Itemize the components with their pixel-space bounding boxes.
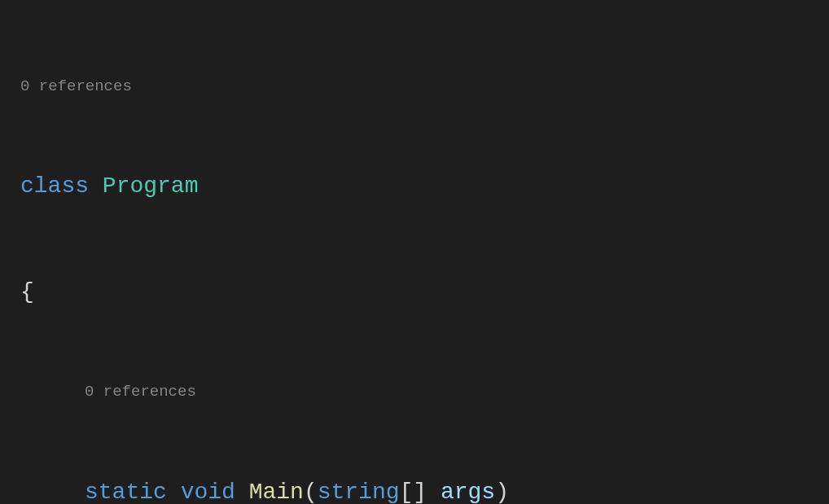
codelens-method[interactable]: 0 references xyxy=(85,380,829,404)
keyword-class: class xyxy=(20,173,89,199)
type-string: string xyxy=(318,480,400,504)
method-main: Main xyxy=(249,480,304,504)
keyword-static: static xyxy=(85,480,167,504)
space xyxy=(89,173,103,199)
codelens-class[interactable]: 0 references xyxy=(20,75,829,99)
code-editor[interactable]: 0 references class Program { 0 reference… xyxy=(0,4,829,504)
class-name: Program xyxy=(103,173,199,199)
brace-open: { xyxy=(20,279,34,305)
param-args: args xyxy=(441,480,495,504)
paren-close: ) xyxy=(495,480,509,504)
code-line[interactable]: static void Main(string[] args) xyxy=(85,475,829,504)
space xyxy=(427,480,441,504)
space xyxy=(235,480,249,504)
code-line[interactable]: { xyxy=(20,274,829,309)
code-line[interactable]: class Program xyxy=(20,169,829,204)
space xyxy=(167,480,181,504)
brackets: [] xyxy=(400,480,428,504)
keyword-void: void xyxy=(181,480,235,504)
paren-open: ( xyxy=(304,480,318,504)
